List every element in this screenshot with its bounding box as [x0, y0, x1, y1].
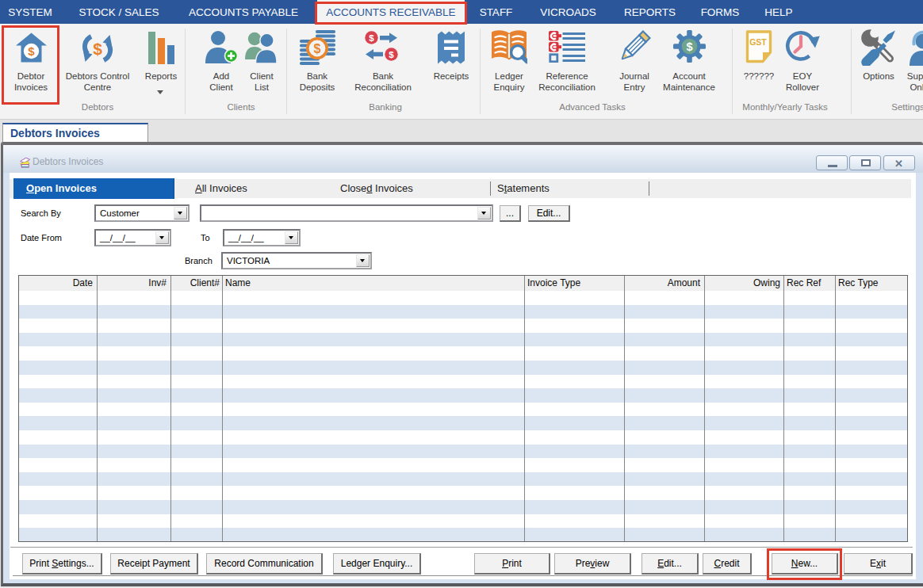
- svg-text:$: $: [314, 42, 321, 55]
- svg-text:$: $: [369, 33, 374, 43]
- svg-text:$: $: [389, 50, 394, 59]
- svg-text:$: $: [93, 40, 102, 58]
- svg-text:GST: GST: [749, 37, 767, 47]
- svg-text:$: $: [686, 40, 692, 53]
